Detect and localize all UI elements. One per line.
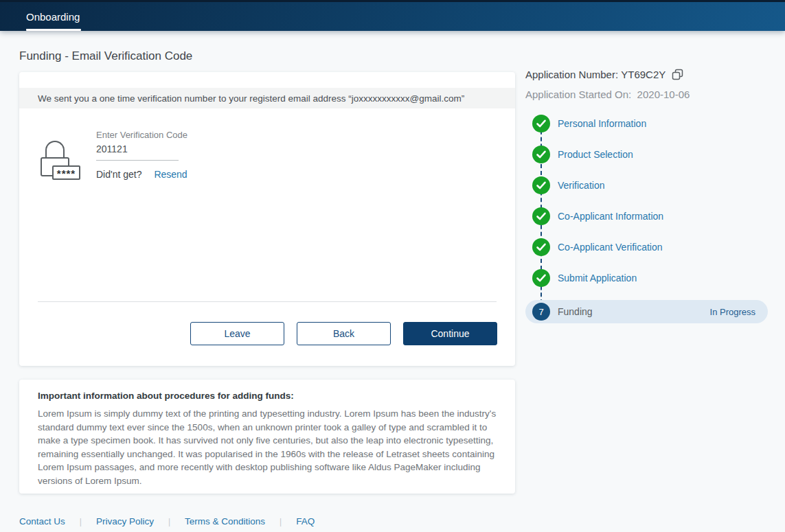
step-funding-current: 7 Funding In Progress [525, 300, 768, 323]
footer-separator: | [80, 517, 82, 527]
application-number-value: YT69C2Y [621, 69, 665, 80]
lock-stars: **** [52, 165, 80, 180]
step-co-applicant-verification[interactable]: Co-Applicant Verification [525, 238, 768, 256]
continue-button[interactable]: Continue [403, 322, 497, 345]
info-card: Important information about procedures f… [19, 380, 515, 494]
application-stepper: Personal Information Product Selection V… [525, 115, 768, 323]
info-card-heading: Important information about procedures f… [38, 391, 294, 401]
step-personal-information[interactable]: Personal Information [525, 115, 768, 132]
onboarding-page: { "header": { "tab": "Onboarding" }, "pa… [0, 0, 785, 532]
footer-separator: | [280, 517, 282, 527]
page-title: Funding - Email Verification Code [19, 49, 192, 63]
step-label: Funding [558, 306, 593, 317]
step-product-selection[interactable]: Product Selection [525, 146, 768, 163]
card-divider [38, 301, 497, 302]
tab-active-indicator [26, 29, 81, 31]
check-icon [532, 238, 550, 256]
application-number-row: Application Number: YT69C2Y [525, 67, 768, 81]
lock-shackle [45, 141, 65, 159]
step-submit-application[interactable]: Submit Application [525, 269, 768, 287]
lock-password-icon: **** [38, 141, 80, 178]
resend-link[interactable]: Resend [154, 169, 187, 180]
check-icon [532, 115, 550, 132]
check-icon [532, 146, 550, 163]
step-label: Personal Information [558, 118, 646, 129]
back-button[interactable]: Back [297, 322, 391, 345]
didnt-get-text: Did'nt get? [96, 169, 142, 180]
application-started-value: 2020-10-06 [637, 89, 690, 100]
application-summary-sidebar: Application Number: YT69C2Y Application … [525, 67, 768, 323]
application-started-row: Application Started On: 2020-10-06 [525, 89, 768, 102]
tab-onboarding-label: Onboarding [26, 11, 80, 23]
copy-icon[interactable] [672, 69, 683, 80]
leave-button[interactable]: Leave [190, 322, 284, 345]
step-number-icon: 7 [532, 303, 550, 321]
step-co-applicant-information[interactable]: Co-Applicant Information [525, 207, 768, 225]
tab-onboarding[interactable]: Onboarding [26, 2, 80, 31]
footer-link-privacy-policy[interactable]: Privacy Policy [96, 516, 154, 527]
step-label: Verification [558, 180, 604, 191]
footer-separator: | [168, 517, 170, 527]
check-icon [532, 176, 550, 194]
check-icon [532, 207, 550, 225]
application-number-label: Application Number: [525, 69, 618, 80]
verification-code-input[interactable]: 201121 [96, 143, 179, 161]
app-header: Onboarding [0, 0, 785, 31]
info-card-body: Lorem Ipsum is simply dummy text of the … [38, 407, 498, 487]
application-started-label: Application Started On: [525, 89, 631, 100]
verification-notice: We sent you a one time verification numb… [19, 88, 515, 108]
step-verification[interactable]: Verification [525, 176, 768, 194]
footer-link-terms-conditions[interactable]: Terms & Conditions [185, 516, 265, 527]
footer-link-faq[interactable]: FAQ [296, 516, 315, 527]
footer-link-contact-us[interactable]: Contact Us [19, 516, 65, 527]
step-label: Co-Applicant Verification [558, 242, 663, 253]
step-label: Co-Applicant Information [558, 211, 663, 222]
step-label: Submit Application [558, 273, 637, 284]
step-label: Product Selection [558, 149, 633, 160]
verification-code-label: Enter Verification Code [96, 130, 187, 140]
resend-row: Did'nt get? Resend [96, 169, 187, 180]
status-badge: In Progress [710, 307, 755, 317]
check-icon [532, 269, 550, 287]
verification-card: We sent you a one time verification numb… [19, 72, 515, 366]
footer-links: Contact Us | Privacy Policy | Terms & Co… [19, 516, 315, 527]
